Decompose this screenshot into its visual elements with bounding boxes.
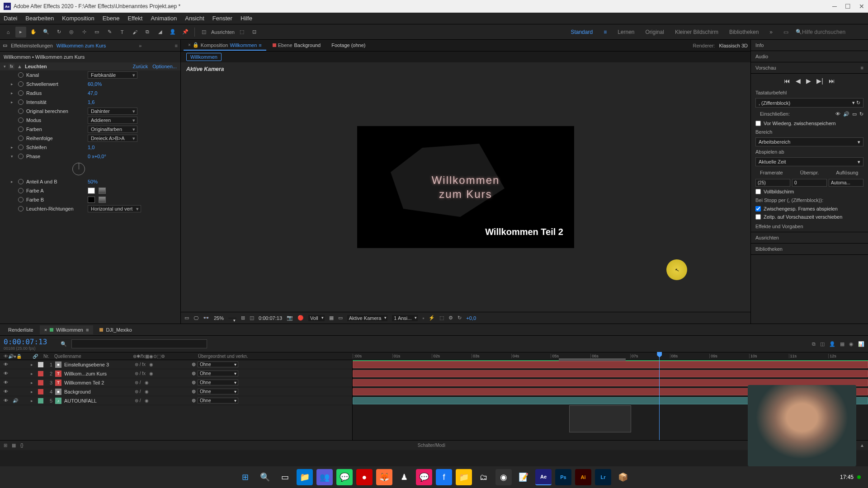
kanal-dropdown[interactable]: Farbkanäle <box>88 71 137 79</box>
app-icon-4[interactable]: 📦 <box>615 469 631 485</box>
stopwatch-icon[interactable] <box>18 81 24 87</box>
timeline-tab-dji[interactable]: DJI_Mexiko <box>95 325 136 334</box>
parent-dropdown[interactable]: Ohne <box>198 398 238 404</box>
stopwatch-icon[interactable] <box>18 90 24 96</box>
photoshop-icon[interactable]: Ps <box>555 469 571 485</box>
parent-dropdown[interactable]: Ohne <box>198 371 238 376</box>
farbeB-swatch[interactable] <box>88 197 95 203</box>
intensitaet-value[interactable]: 1,6 <box>88 99 94 105</box>
toggle-inout-icon[interactable]: {} <box>20 443 24 448</box>
toggle-modes-icon[interactable]: ▦ <box>12 443 16 448</box>
panel-overflow-icon[interactable]: » <box>139 43 142 48</box>
effect-options[interactable]: Optionen... <box>152 64 177 69</box>
play-button[interactable]: ▶ <box>806 77 811 84</box>
after-effects-icon[interactable]: Ae <box>535 469 552 485</box>
resolution-input[interactable]: Automa... <box>829 179 863 187</box>
stopwatch-icon[interactable] <box>18 127 24 132</box>
eraser-tool[interactable]: ◢ <box>155 27 165 38</box>
modus-dropdown[interactable]: Addieren <box>88 117 137 124</box>
composition-canvas[interactable]: Willkommen zum Kurs Willkommen Teil 2 <box>357 126 574 248</box>
radius-value[interactable]: 47,0 <box>88 90 97 96</box>
pickwhip-icon[interactable]: ⊚ <box>192 398 196 404</box>
menu-datei[interactable]: Datei <box>4 15 17 22</box>
stopwatch-icon[interactable] <box>18 179 24 184</box>
menu-fenster[interactable]: Fenster <box>212 15 232 22</box>
framerate-input[interactable]: (25) <box>755 179 790 187</box>
hand-tool[interactable]: ✋ <box>28 27 39 38</box>
range-dropdown[interactable]: Arbeitsbereich <box>755 137 863 146</box>
layer-tab-background[interactable]: Ebene Background <box>268 41 326 51</box>
zoom-tool[interactable]: 🔍 <box>41 27 52 38</box>
eyedropper-icon[interactable] <box>99 188 106 194</box>
clone-tool[interactable]: ⧉ <box>142 27 153 38</box>
project-tab-icon[interactable]: ▭ <box>3 42 7 48</box>
audio-include-icon[interactable]: 🔊 <box>843 111 849 117</box>
parent-dropdown[interactable]: Ohne <box>198 380 238 385</box>
color-tag[interactable] <box>38 398 43 404</box>
workspace-standard[interactable]: Standard <box>571 29 593 35</box>
obs-icon[interactable]: ◉ <box>495 469 512 485</box>
workspace-overflow-icon[interactable]: » <box>769 29 773 35</box>
color-tag[interactable] <box>38 389 43 394</box>
transparency-icon[interactable]: ▦ <box>329 315 334 321</box>
color-tag[interactable] <box>38 380 43 385</box>
visibility-icon[interactable]: 👁 <box>4 389 10 394</box>
shy-icon[interactable]: 👤 <box>829 341 835 347</box>
frameblend-icon[interactable]: ▦ <box>840 341 844 347</box>
shortcut-dropdown[interactable]: , (Ziffernblock)▾ ↻ <box>755 98 863 108</box>
timeline-timecode[interactable]: 0:00:07:13 <box>4 338 47 346</box>
app-icon-2[interactable]: ♟ <box>396 469 412 485</box>
display-icon[interactable]: 🖵 <box>193 315 198 321</box>
renderer-value[interactable]: Klassisch 3D <box>719 43 748 48</box>
cached-frames-checkbox[interactable] <box>755 206 761 211</box>
schleifen-value[interactable]: 1,0 <box>88 145 94 150</box>
draft3d-icon[interactable]: ◫ <box>820 341 825 347</box>
expand-icon[interactable]: ▸ <box>31 371 35 376</box>
messenger-icon[interactable]: 💬 <box>416 469 432 485</box>
snapshot-icon[interactable]: 📷 <box>287 315 293 321</box>
menu-hilfe[interactable]: Hilfe <box>241 15 252 22</box>
preview-panel-tab[interactable]: Vorschau≡ <box>751 62 868 74</box>
workspace-menu-icon[interactable]: ≡ <box>604 29 607 35</box>
pickwhip-icon[interactable]: ⊚ <box>192 361 196 367</box>
fast-icon[interactable]: ⚡ <box>429 315 435 321</box>
resolution-dropdown[interactable]: Voll <box>308 315 325 321</box>
refresh-icon[interactable]: ↻ <box>458 315 462 321</box>
graph-icon[interactable]: 📊 <box>858 341 864 347</box>
richtungen-dropdown[interactable]: Horizontal und vert <box>88 205 141 212</box>
timecode-display[interactable]: 0:00:07:13 <box>259 315 282 321</box>
fx-badge[interactable]: fx <box>9 64 14 69</box>
stopwatch-icon[interactable] <box>18 108 24 114</box>
info-panel-tab[interactable]: Info <box>751 40 868 51</box>
audio-icon[interactable]: 🔊 <box>13 398 19 403</box>
explorer-icon[interactable]: 📁 <box>297 469 313 485</box>
skip-input[interactable]: 0 <box>792 179 827 187</box>
illustrator-icon[interactable]: Ai <box>575 469 591 485</box>
region-icon[interactable]: ▭ <box>338 315 343 321</box>
anteil-value[interactable]: 50% <box>88 179 98 184</box>
menu-bearbeiten[interactable]: Bearbeiten <box>25 15 54 22</box>
align-panel-tab[interactable]: Ausrichten <box>751 232 868 244</box>
timeline-search-icon[interactable]: 🔍 <box>61 341 67 347</box>
phase-dial[interactable] <box>72 163 85 175</box>
zoom-value[interactable]: 25% <box>214 315 224 321</box>
expand-icon[interactable]: ▸ <box>31 389 35 394</box>
pipeline-icon[interactable]: ⚙ <box>448 315 453 321</box>
lightroom-icon[interactable]: Lr <box>595 469 611 485</box>
last-frame-button[interactable]: ⏭ <box>829 77 835 84</box>
layer-row[interactable]: 👁 ▸ 1 ■ Einstellungsebene 3 ⊛ / fx ◉ ⊚Oh… <box>0 360 352 369</box>
farbeA-swatch[interactable] <box>88 188 95 194</box>
stopwatch-icon[interactable] <box>18 145 24 150</box>
effect-header-leuchten[interactable]: ▾ fx ▲ Leuchten Zurück Optionen... <box>0 62 180 70</box>
snap-icon[interactable]: ◫ <box>198 27 209 38</box>
libraries-panel-tab[interactable]: Bibliotheken <box>751 244 868 255</box>
cache-checkbox[interactable] <box>755 121 761 126</box>
comp-crumb[interactable]: Willkommen <box>186 53 222 61</box>
app-icon-1[interactable]: ● <box>356 469 373 485</box>
expand-icon[interactable]: ▸ <box>31 362 35 367</box>
camera-tool[interactable]: ◎ <box>66 27 77 38</box>
menu-effekt[interactable]: Effekt <box>127 15 142 22</box>
fullscreen-checkbox[interactable] <box>755 189 761 194</box>
pickwhip-icon[interactable]: ⊚ <box>192 380 196 385</box>
comp-flowchart-icon[interactable]: ⧉ <box>812 341 816 347</box>
